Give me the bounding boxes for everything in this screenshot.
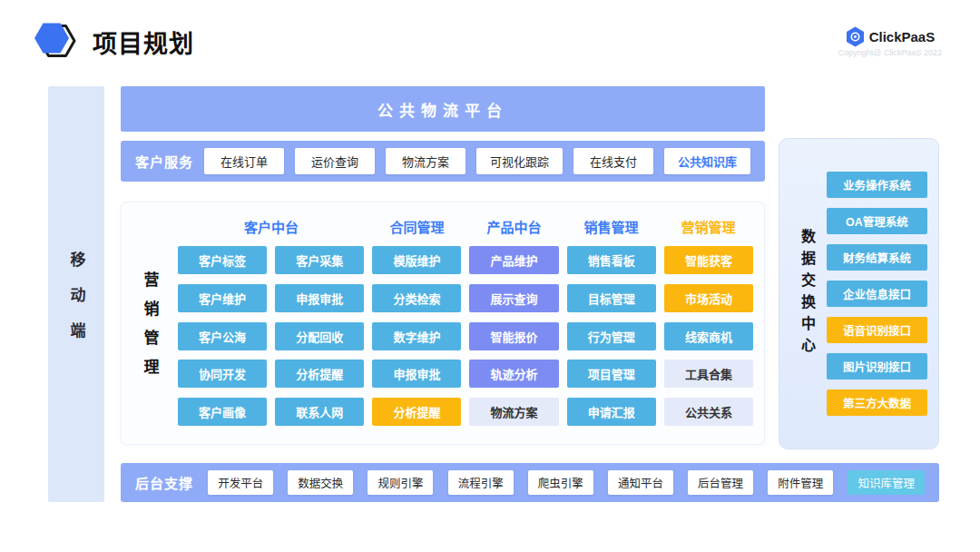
backend-support-button[interactable]: 后台管理 xyxy=(688,470,753,495)
marketing-module-button[interactable]: 模版维护 xyxy=(372,246,461,274)
marketing-grid-panel: 营销管理 客户中台合同管理产品中台销售管理营销管理 客户标签客户采集模版维护产品… xyxy=(121,202,765,445)
marketing-module-button[interactable]: 分类检索 xyxy=(372,284,461,312)
marketing-side-label-box: 营销管理 xyxy=(122,202,178,444)
copyright-text: Copyright@ ClickPaaS 2022 xyxy=(838,48,942,57)
brand-name: ClickPaaS xyxy=(869,29,936,44)
marketing-module-button[interactable]: 线索商机 xyxy=(664,322,753,350)
diagram-body: 移动端 公共物流平台 客户服务 在线订单运价查询物流方案可视化跟踪在线支付公共知… xyxy=(48,86,939,502)
marketing-module-button[interactable]: 工具合集 xyxy=(664,360,753,388)
marketing-module-button[interactable]: 客户采集 xyxy=(275,246,364,274)
platform-banner-label: 公共物流平台 xyxy=(377,98,508,121)
marketing-column-header: 产品中台 xyxy=(469,215,559,237)
marketing-module-button[interactable]: 协同开发 xyxy=(178,360,267,388)
backend-support-button[interactable]: 规则引擎 xyxy=(368,470,433,495)
page-header: 项目规划 ClickPaaS Copyright@ ClickPaaS 2022 xyxy=(0,0,980,69)
marketing-module-button[interactable]: 销售看板 xyxy=(567,246,656,274)
data-exchange-button[interactable]: 业务操作系统 xyxy=(827,172,927,198)
marketing-module-button[interactable]: 联系人网 xyxy=(275,398,364,426)
marketing-side-label: 营销管理 xyxy=(139,259,162,388)
marketing-module-button[interactable]: 公共关系 xyxy=(664,398,753,426)
marketing-module-button[interactable]: 分析提醒 xyxy=(275,360,364,388)
marketing-module-button[interactable]: 智能获客 xyxy=(664,246,753,274)
backend-support-button[interactable]: 数据交换 xyxy=(288,470,353,495)
marketing-module-button[interactable]: 申请汇报 xyxy=(567,398,656,426)
marketing-module-button[interactable]: 项目管理 xyxy=(567,360,656,388)
data-exchange-button[interactable]: 企业信息接口 xyxy=(827,281,927,307)
customer-service-button[interactable]: 可视化跟踪 xyxy=(476,148,563,174)
platform-banner: 公共物流平台 xyxy=(121,86,765,132)
marketing-cells: 客户标签客户采集模版维护产品维护销售看板智能获客客户维护申报审批分类检索展示查询… xyxy=(178,246,753,429)
backend-support-button[interactable]: 爬虫引擎 xyxy=(528,470,593,495)
page-title: 项目规划 xyxy=(93,25,194,60)
marketing-module-button[interactable]: 产品维护 xyxy=(469,246,558,274)
customer-service-button[interactable]: 在线支付 xyxy=(573,148,653,174)
marketing-module-button[interactable]: 客户公海 xyxy=(178,322,267,350)
marketing-module-button[interactable]: 分配回收 xyxy=(275,322,364,350)
data-exchange-button[interactable]: OA管理系统 xyxy=(827,208,927,234)
marketing-module-button[interactable]: 展示查询 xyxy=(469,284,558,312)
marketing-module-button[interactable]: 申报审批 xyxy=(372,360,461,388)
marketing-module-button[interactable]: 客户维护 xyxy=(178,284,267,312)
customer-service-row: 客户服务 在线订单运价查询物流方案可视化跟踪在线支付公共知识库 xyxy=(121,141,765,182)
data-exchange-button[interactable]: 财务结算系统 xyxy=(827,244,927,271)
customer-service-button[interactable]: 运价查询 xyxy=(295,148,375,174)
marketing-column-header: 营销管理 xyxy=(663,215,753,237)
marketing-module-button[interactable]: 数字维护 xyxy=(372,322,461,350)
customer-service-button[interactable]: 在线订单 xyxy=(204,148,284,174)
marketing-module-button[interactable]: 客户标签 xyxy=(178,246,267,274)
backend-support-label: 后台支撑 xyxy=(135,473,193,492)
marketing-column-header: 合同管理 xyxy=(372,215,462,237)
backend-support-button[interactable]: 开发平台 xyxy=(208,470,273,495)
marketing-module-button[interactable]: 市场活动 xyxy=(664,284,753,312)
data-exchange-items: 业务操作系统OA管理系统财务结算系统企业信息接口语音识别接口图片识别接口第三方大… xyxy=(827,172,927,416)
backend-support-row: 后台支撑 开发平台数据交换规则引擎流程引擎爬虫引擎通知平台后台管理附件管理知识库… xyxy=(121,463,939,502)
marketing-module-button[interactable]: 轨迹分析 xyxy=(469,360,558,388)
brand-block: ClickPaaS Copyright@ ClickPaaS 2022 xyxy=(838,26,942,57)
customer-service-label: 客户服务 xyxy=(135,152,193,171)
clickpaas-logo-icon xyxy=(846,26,865,47)
backend-support-button[interactable]: 知识库管理 xyxy=(848,470,925,495)
backend-support-button[interactable]: 附件管理 xyxy=(768,470,833,495)
hexagon-logo-icon xyxy=(31,18,80,65)
marketing-module-button[interactable]: 客户画像 xyxy=(178,398,267,426)
marketing-column-headers: 客户中台合同管理产品中台销售管理营销管理 xyxy=(178,215,753,237)
data-exchange-button[interactable]: 图片识别接口 xyxy=(827,353,927,380)
marketing-column-header: 客户中台 xyxy=(178,215,365,237)
data-exchange-button[interactable]: 语音识别接口 xyxy=(827,317,927,343)
data-exchange-button[interactable]: 第三方大数据 xyxy=(827,389,927,416)
marketing-module-button[interactable]: 智能报价 xyxy=(469,322,558,350)
marketing-module-button[interactable]: 分析提醒 xyxy=(372,398,461,426)
customer-service-button[interactable]: 物流方案 xyxy=(386,148,466,174)
data-exchange-panel: 数据交换中心 业务操作系统OA管理系统财务结算系统企业信息接口语音识别接口图片识… xyxy=(779,138,939,449)
marketing-module-button[interactable]: 物流方案 xyxy=(469,398,558,426)
mobile-side-bar: 移动端 xyxy=(48,86,104,502)
backend-support-button[interactable]: 流程引擎 xyxy=(448,470,514,495)
mobile-bar-label: 移动端 xyxy=(65,232,88,358)
marketing-module-button[interactable]: 申报审批 xyxy=(275,284,364,312)
customer-service-button[interactable]: 公共知识库 xyxy=(664,148,750,174)
marketing-column-header: 销售管理 xyxy=(566,215,656,237)
marketing-module-button[interactable]: 行为管理 xyxy=(567,322,656,350)
marketing-module-button[interactable]: 目标管理 xyxy=(567,284,656,312)
backend-support-button[interactable]: 通知平台 xyxy=(608,470,673,495)
data-exchange-label: 数据交换中心 xyxy=(796,229,818,360)
